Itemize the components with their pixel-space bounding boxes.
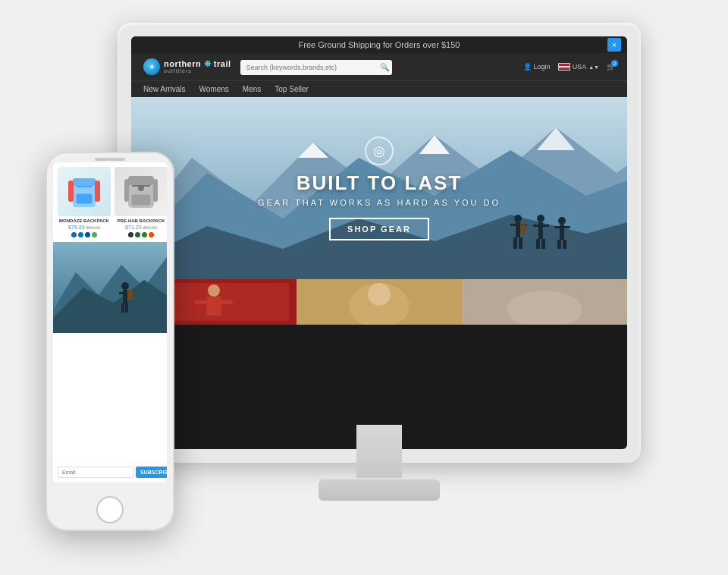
product-old-price-1: $99.00 [86,225,100,230]
region-selector[interactable]: USA ▲▼ [558,63,599,71]
phone-home-button[interactable] [96,496,124,523]
hero-banner: ◎ BUILT TO LAST GEAR THAT WORKS AS HARD … [131,97,627,279]
color-swatch[interactable] [92,232,97,237]
product-colors-2 [115,232,167,237]
color-swatch[interactable] [78,232,83,237]
product-image-1 [58,167,111,216]
announcement-text: Free Ground Shipping for Orders over $15… [299,40,460,49]
logo-sub-text: outfitters [164,68,231,74]
product-old-price-2: $89.00 [143,225,157,230]
nav-item-womens[interactable]: Womens [199,85,229,93]
color-swatch[interactable] [128,232,133,237]
shop-gear-button[interactable]: SHOP GEAR [329,218,429,240]
hero-content: ◎ BUILT TO LAST GEAR THAT WORKS AS HARD … [258,137,500,240]
phone-product-2[interactable]: PRE-HAB BACKPACK $71.20 $89.00 [115,167,167,237]
svg-rect-22 [554,226,560,228]
svg-rect-17 [543,225,549,227]
svg-point-20 [558,217,566,225]
product-colors-1 [58,232,111,237]
svg-rect-44 [128,176,154,185]
nav-item-mens[interactable]: Mens [243,85,261,93]
svg-rect-23 [564,226,570,228]
svg-rect-30 [195,300,207,304]
svg-rect-18 [536,239,540,249]
monitor-screen: Free Ground Shipping for Orders over $15… [131,36,627,449]
phone-product-1[interactable]: MONDAZE BACKPACK $79.20 $99.00 [58,167,111,237]
color-swatch[interactable] [85,232,90,237]
flag-icon [558,63,570,71]
svg-rect-55 [119,292,124,294]
subscribe-button[interactable]: SUBSCRIBE [136,467,167,478]
cart-badge: 2 [611,60,618,67]
svg-rect-47 [153,179,158,202]
announcement-close-button[interactable]: × [607,38,621,52]
product-image-2 [115,167,167,216]
product-price-1: $79.20 [68,225,84,230]
svg-rect-8 [516,222,520,237]
color-swatch[interactable] [71,232,77,237]
svg-rect-38 [73,178,96,186]
nav-item-new-arrivals[interactable]: New Arrivals [143,85,186,93]
phone-hero-section [53,242,167,333]
svg-point-49 [138,185,144,191]
svg-point-28 [208,284,220,297]
product-name-1: MONDAZE BACKPACK [58,218,111,223]
category-image-2[interactable] [297,279,462,325]
phone-screen: MONDAZE BACKPACK $79.20 $99.00 [53,162,167,482]
nav-item-top-seller[interactable]: Top Seller [275,85,308,93]
hero-logo-icon: ◎ [365,137,394,165]
cart-button[interactable]: 🛒 2 [607,63,615,71]
search-input[interactable] [240,60,392,75]
hero-title: BUILT TO LAST [258,171,500,195]
monitor: Free Ground Shipping for Orders over $15… [118,23,641,539]
svg-rect-39 [77,186,92,187]
email-input[interactable] [58,467,133,478]
announcement-bar: Free Ground Shipping for Orders over $15… [131,36,627,53]
site-logo[interactable]: ❋ northern ❋ trail outfitters [143,58,231,75]
scene: Free Ground Shipping for Orders over $15… [0,0,728,575]
svg-point-7 [514,215,522,222]
svg-rect-21 [560,225,564,240]
monitor-base [318,479,440,501]
svg-rect-16 [533,225,539,227]
svg-rect-48 [131,194,151,206]
phone-products: MONDAZE BACKPACK $79.20 $99.00 [53,162,167,242]
svg-rect-10 [521,224,527,226]
login-label: Login [534,63,551,71]
phone-speaker [95,158,125,161]
category-strip [131,279,627,325]
chevron-down-icon: ▲▼ [588,64,599,70]
svg-rect-15 [538,222,543,239]
product-price-2: $71.20 [125,225,141,230]
login-icon: 👤 [523,63,532,71]
svg-rect-12 [519,237,522,249]
color-swatch[interactable] [149,232,154,237]
product-name-2: PRE-HAB BACKPACK [115,218,167,223]
svg-point-34 [368,283,391,306]
site-navigation: New Arrivals Womens Mens Top Seller [131,80,627,97]
color-swatch[interactable] [142,232,147,237]
search-button[interactable]: 🔍 [380,63,389,71]
mobile-phone: MONDAZE BACKPACK $79.20 $99.00 [46,152,174,531]
search-bar[interactable]: 🔍 [240,59,392,75]
logo-icon: ❋ [143,58,160,75]
svg-rect-46 [124,179,129,202]
svg-point-14 [537,215,544,222]
svg-rect-57 [121,303,124,313]
header-right: 👤 Login USA ▲▼ 🛒 2 [523,63,615,71]
category-image-3[interactable] [462,279,627,325]
svg-rect-31 [221,300,233,304]
svg-rect-58 [125,303,128,313]
hero-subtitle: GEAR THAT WORKS AS HARD AS YOU DO [258,198,500,207]
monitor-neck [356,425,402,478]
login-button[interactable]: 👤 Login [523,63,551,71]
svg-rect-41 [95,181,100,202]
site-header: ❋ northern ❋ trail outfitters 🔍 👤 [131,53,627,80]
color-swatch[interactable] [135,232,140,237]
svg-rect-24 [557,240,561,249]
svg-rect-42 [76,193,93,204]
svg-rect-29 [206,297,221,316]
svg-rect-59 [127,290,133,300]
svg-rect-19 [541,239,545,249]
svg-rect-54 [123,290,127,303]
